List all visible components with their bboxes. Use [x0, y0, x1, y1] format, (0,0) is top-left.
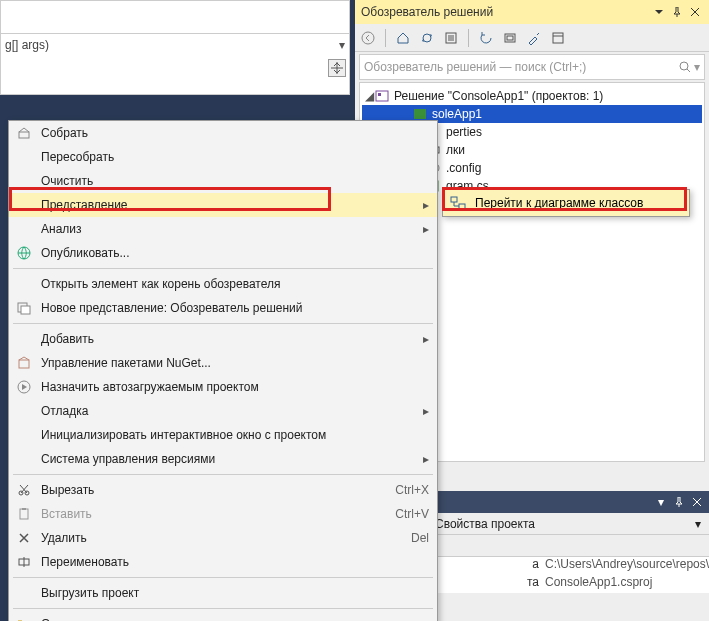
- split-button[interactable]: [328, 59, 346, 77]
- menu-item[interactable]: Переименовать: [9, 550, 437, 574]
- solution-explorer-titlebar: Обозреватель решений: [355, 0, 709, 24]
- build-icon: [13, 124, 35, 142]
- folder-icon: [13, 615, 35, 621]
- menu-separator: [13, 268, 433, 269]
- menu-item[interactable]: Новое представление: Обозреватель решени…: [9, 296, 437, 320]
- menu-item[interactable]: Собрать: [9, 121, 437, 145]
- menu-item[interactable]: Выгрузить проект: [9, 581, 437, 605]
- menu-item[interactable]: Инициализировать интерактивное окно с пр…: [9, 423, 437, 447]
- member-dropdown[interactable]: g[] args) ▾: [1, 33, 349, 55]
- blank-icon: [13, 275, 35, 293]
- solution-explorer-toolbar: [355, 24, 709, 52]
- menu-item[interactable]: Назначить автозагружаемым проектом: [9, 375, 437, 399]
- svg-point-0: [362, 32, 374, 44]
- menu-label: Вырезать: [41, 483, 395, 497]
- blank-icon: [13, 220, 35, 238]
- menu-item: ВставитьCtrl+V: [9, 502, 437, 526]
- blank-icon: [13, 330, 35, 348]
- solution-search[interactable]: Обозреватель решений — поиск (Ctrl+;) ▾: [359, 54, 705, 80]
- chevron-right-icon: ▸: [423, 452, 429, 466]
- svg-rect-7: [378, 93, 381, 96]
- menu-item[interactable]: Управление пакетами NuGet...: [9, 351, 437, 375]
- dropdown-icon[interactable]: ▾: [653, 494, 669, 510]
- menu-item[interactable]: УдалитьDel: [9, 526, 437, 550]
- menu-label: Выгрузить проект: [41, 586, 429, 600]
- menu-label: Отладка: [41, 404, 417, 418]
- showall-icon[interactable]: [501, 29, 519, 47]
- close-icon[interactable]: [689, 494, 705, 510]
- menu-label: Управление пакетами NuGet...: [41, 356, 429, 370]
- menu-label: Открыть папку в проводнике: [41, 617, 429, 621]
- newview-icon: [13, 299, 35, 317]
- menu-shortcut: Ctrl+X: [395, 483, 429, 497]
- code-editor: g[] args) ▾: [0, 0, 350, 95]
- menu-label: Опубликовать...: [41, 246, 429, 260]
- refresh-icon[interactable]: [477, 29, 495, 47]
- menu-label: Собрать: [41, 126, 429, 140]
- svg-rect-4: [553, 33, 563, 43]
- menu-label: Вставить: [41, 507, 395, 521]
- menu-item[interactable]: ВырезатьCtrl+X: [9, 478, 437, 502]
- blank-icon: [13, 450, 35, 468]
- class-diagram-icon: [447, 194, 469, 212]
- menu-label: Удалить: [41, 531, 411, 545]
- back-icon[interactable]: [359, 29, 377, 47]
- menu-label: Переименовать: [41, 555, 429, 569]
- search-icon[interactable]: [678, 60, 692, 74]
- view-submenu[interactable]: Перейти к диаграмме классов: [442, 189, 690, 217]
- close-icon[interactable]: [687, 4, 703, 20]
- menu-item[interactable]: Открыть папку в проводнике: [9, 612, 437, 621]
- chevron-down-icon[interactable]: ▾: [694, 60, 700, 74]
- menu-item[interactable]: Представление▸: [9, 193, 437, 217]
- svg-rect-22: [20, 509, 28, 519]
- blank-icon: [13, 402, 35, 420]
- menu-item[interactable]: Пересобрать: [9, 145, 437, 169]
- blank-icon: [13, 196, 35, 214]
- menu-shortcut: Ctrl+V: [395, 507, 429, 521]
- paste-icon: [13, 505, 35, 523]
- svg-rect-8: [414, 109, 426, 119]
- properties-icon[interactable]: [525, 29, 543, 47]
- menu-label: Новое представление: Обозреватель решени…: [41, 301, 429, 315]
- menu-label: Анализ: [41, 222, 417, 236]
- svg-rect-17: [21, 306, 30, 314]
- dropdown-icon[interactable]: [651, 4, 667, 20]
- chevron-right-icon: ▸: [423, 222, 429, 236]
- preview-icon[interactable]: [549, 29, 567, 47]
- menu-label: Назначить автозагружаемым проектом: [41, 380, 429, 394]
- menu-label: Система управления версиями: [41, 452, 417, 466]
- csharp-project-icon: [412, 107, 428, 121]
- svg-rect-26: [459, 204, 465, 209]
- svg-rect-3: [507, 36, 513, 40]
- cut-icon: [13, 481, 35, 499]
- solution-icon: [374, 89, 390, 103]
- menu-item[interactable]: Анализ▸: [9, 217, 437, 241]
- chevron-right-icon: ▸: [423, 332, 429, 346]
- search-placeholder: Обозреватель решений — поиск (Ctrl+;): [364, 60, 586, 74]
- menu-item[interactable]: Система управления версиями▸: [9, 447, 437, 471]
- svg-rect-18: [19, 360, 29, 368]
- menu-shortcut: Del: [411, 531, 429, 545]
- menu-label: Добавить: [41, 332, 417, 346]
- sync-icon[interactable]: [418, 29, 436, 47]
- menu-item[interactable]: Добавить▸: [9, 327, 437, 351]
- svg-rect-6: [376, 91, 388, 101]
- dropdown-text: g[] args): [5, 38, 49, 52]
- tree-solution-root[interactable]: ◢ Решение "ConsoleApp1" (проектов: 1): [362, 87, 702, 105]
- menu-label: Представление: [41, 198, 417, 212]
- menu-item[interactable]: Опубликовать...: [9, 241, 437, 265]
- menu-item[interactable]: Отладка▸: [9, 399, 437, 423]
- collapse-icon[interactable]: [442, 29, 460, 47]
- rename-icon: [13, 553, 35, 571]
- chevron-down-icon: ▾: [339, 38, 345, 52]
- pin-icon[interactable]: [669, 4, 685, 20]
- menu-label: Открыть элемент как корень обозревателя: [41, 277, 429, 291]
- submenu-class-diagram[interactable]: Перейти к диаграмме классов: [443, 190, 689, 216]
- home-icon[interactable]: [394, 29, 412, 47]
- menu-item[interactable]: Очистить: [9, 169, 437, 193]
- menu-label: Очистить: [41, 174, 429, 188]
- blank-icon: [13, 148, 35, 166]
- pin-icon[interactable]: [671, 494, 687, 510]
- project-context-menu[interactable]: СобратьПересобратьОчиститьПредставление▸…: [8, 120, 438, 621]
- menu-item[interactable]: Открыть элемент как корень обозревателя: [9, 272, 437, 296]
